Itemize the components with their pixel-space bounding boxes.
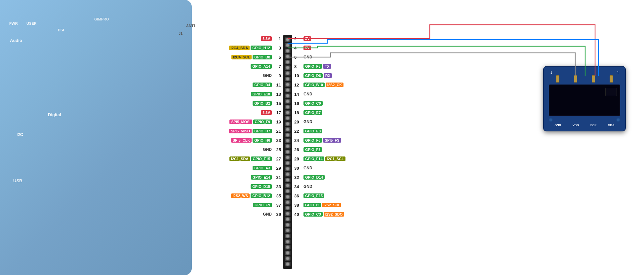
label-vdd: VDD <box>573 123 579 127</box>
pin-row-left-21: SPI5_MISOGPIO_H721 <box>179 127 281 135</box>
pin-dot <box>285 183 291 188</box>
user-label: USER <box>26 21 37 25</box>
pin-row-left-29: GPIO_A329 <box>179 164 281 172</box>
pin-dot <box>285 105 291 109</box>
pin-dot <box>285 251 291 255</box>
oled-screen <box>549 85 620 116</box>
pin-dot <box>285 37 291 42</box>
oled-mounting <box>549 118 620 122</box>
pin-dot <box>285 144 291 149</box>
pin-row-left-11: GPIO_D411 <box>179 81 281 89</box>
pin-row-right-8: 8GPIO_F5TX <box>294 62 397 70</box>
pin-row-right-38: 38GPIO_I2I2S2_SDI <box>294 201 397 209</box>
usb-label: USB <box>13 178 22 183</box>
pin-dot <box>285 99 291 104</box>
pin-dot <box>285 49 291 53</box>
mount-hole-1 <box>549 118 553 122</box>
pin-row-right-36: 36GPIO_E15 <box>294 192 397 200</box>
pin-dot <box>285 206 291 210</box>
dsi-label: DSI <box>58 28 64 32</box>
pin-row-left-13: GPIO_E1013 <box>179 90 281 98</box>
pin-row-right-34: 34GND <box>294 183 397 190</box>
pin-row-right-20: 20GND <box>294 118 397 126</box>
label-gnd: GND <box>554 123 561 127</box>
pin-dot <box>285 200 291 205</box>
pin-dot <box>285 65 291 70</box>
ant1-label: ANT1 <box>186 24 196 28</box>
pin-dot <box>285 155 291 160</box>
pin-num-4: 4 <box>617 71 619 74</box>
pin-row-right-12: 12GPIO_B10I2S2_CK <box>294 81 397 89</box>
pin-row-left-23: SPI5_CLKGPIO_H623 <box>179 136 281 144</box>
pin-dot <box>285 110 291 115</box>
label-sck: SCK <box>590 123 597 127</box>
oled-connector-row <box>549 75 620 83</box>
pin-dot <box>285 150 291 154</box>
pin-dot <box>285 166 291 171</box>
pin-row-right-10: 10GPIO_D6RX <box>294 72 397 80</box>
pin-row-left-9: GND9 <box>179 72 281 80</box>
pin-row-right-40: 40GPIO_C3I2S2_SDO <box>294 210 397 218</box>
pin-row-left-1: 3.3V1 <box>179 35 281 43</box>
pin-row-left-27: I2C1_SDAGPIO_F1527 <box>179 155 281 163</box>
pin-dot <box>285 228 291 233</box>
pin-row-right-2: 25V <box>294 35 397 43</box>
pin-dot <box>285 223 291 227</box>
pin-dot <box>285 82 291 87</box>
oled-pin-labels: GND VDD SCK SDA <box>549 123 620 127</box>
pin-dot <box>285 172 291 177</box>
pin-dot <box>285 77 291 81</box>
board-image <box>0 0 192 275</box>
oled-pin-gnd <box>556 75 559 83</box>
pin-dot <box>285 161 291 165</box>
pin-row-right-18: 18GPIO_E7 <box>294 109 397 117</box>
pin-dot <box>285 189 291 193</box>
pin-row-left-39: GND39 <box>179 210 281 218</box>
pin-dot <box>285 262 291 266</box>
pin-dot <box>285 245 291 250</box>
label-sda: SDA <box>608 123 615 127</box>
pin-row-left-19: SPI5_MOSIGPIO_F919 <box>179 118 281 126</box>
pin-dot <box>285 121 291 126</box>
pin-row-right-4: 45V <box>294 44 397 52</box>
pin-dot <box>285 54 291 59</box>
pin-row-left-25: GND25 <box>179 146 281 154</box>
pin-row-left-33: GPIO_D1533 <box>179 183 281 190</box>
pin-row-right-28: 28GPIO_F14I2C1_SCL <box>294 155 397 163</box>
oled-pin-numbers: 1 4 <box>549 71 620 74</box>
center-connector <box>283 35 292 269</box>
oled-module: 1 4 GND <box>543 66 626 131</box>
pin-dot <box>285 239 291 244</box>
pin-dot <box>285 43 291 48</box>
pin-dot <box>285 138 291 143</box>
pin-row-left-35: I2S2_WSGPIO_B1235 <box>179 192 281 200</box>
pin-dot <box>285 71 291 76</box>
pwr-label: PWR <box>9 21 18 25</box>
pin-dot <box>285 116 291 120</box>
pin-dot <box>285 178 291 182</box>
i2c-label: I2C <box>17 132 23 137</box>
pin-dot <box>285 256 291 261</box>
pin-row-left-5: I2C4_SCLGPIO_B85 <box>179 53 281 61</box>
pin-dot <box>285 133 291 137</box>
pin-row-right-24: 24GPIO_F6SPI5_FS <box>294 136 397 144</box>
pin-row-right-26: 26GPIO_F3 <box>294 146 397 154</box>
pin-dot <box>285 127 291 132</box>
pin-row-right-16: 16GPIO_C0 <box>294 99 397 107</box>
audio-label: Audio <box>10 38 22 43</box>
oled-pin-sck <box>592 75 595 83</box>
pin-row-right-30: 30GND <box>294 164 397 172</box>
pin-row-left-7: GPIO_A147 <box>179 62 281 70</box>
main-container: Audio PWR USER DSI Digital I2C USB ANT1 … <box>0 0 644 275</box>
gimpro-label: GIMPRO <box>94 17 109 21</box>
pin-row-right-14: 14GND <box>294 90 397 98</box>
oled-pin-sda <box>610 75 613 83</box>
pin-row-left-3: I2C4_SDAGPIO_H123 <box>179 44 281 52</box>
pin-row-left-15: GPIO_B215 <box>179 99 281 107</box>
pin-row-left-17: 3.3V17 <box>179 109 281 117</box>
pin-dot <box>285 194 291 199</box>
pin-dot <box>285 60 291 64</box>
digital-label: Digital <box>48 112 61 117</box>
pin-row-left-31: GPIO_E1431 <box>179 173 281 181</box>
oled-pin-vdd <box>574 75 577 83</box>
